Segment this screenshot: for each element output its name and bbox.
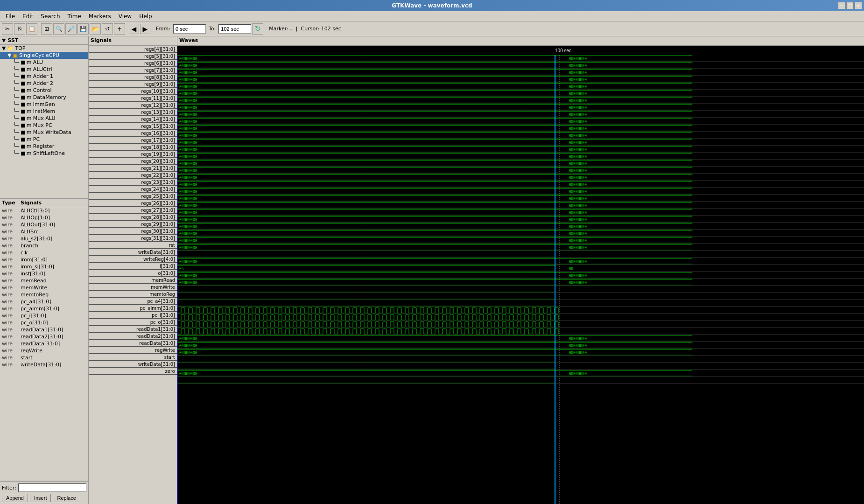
next-button[interactable]: ▶: [140, 24, 150, 34]
waveform-label: i[31:0]: [89, 263, 177, 270]
menu-item-help[interactable]: Help: [135, 12, 155, 21]
signal-row[interactable]: wirepc_o[31:0]: [0, 319, 88, 326]
prev-button[interactable]: ◀: [129, 24, 139, 34]
waveform-label: regs[14][31:0]: [89, 116, 177, 123]
minimize-button[interactable]: −: [838, 2, 845, 9]
waveform-label: regs[4][31:0]: [89, 46, 177, 53]
signal-row[interactable]: wireclk: [0, 249, 88, 256]
waveform-label: writeData[31:0]: [89, 361, 177, 368]
signal-row[interactable]: wirealu_s2[31:0]: [0, 235, 88, 242]
waveform-label: regs[7][31:0]: [89, 67, 177, 74]
signal-row[interactable]: wireimm[31:0]: [0, 256, 88, 263]
waveform-label: regs[17][31:0]: [89, 137, 177, 144]
signal-row[interactable]: wirememRead: [0, 277, 88, 284]
signal-row[interactable]: wirereadData[31:0]: [0, 340, 88, 347]
signal-row[interactable]: wireALUSrc: [0, 228, 88, 235]
tree-item[interactable]: └─■m Adder 2: [0, 80, 88, 87]
tree-item[interactable]: └─■m Mux WriteData: [0, 129, 88, 136]
signal-row[interactable]: wirepc_aimm[31:0]: [0, 305, 88, 312]
filter-buttons: Append Insert Replace: [2, 494, 86, 502]
signal-row[interactable]: wirepc_a4[31:0]: [0, 298, 88, 305]
sst-header: ▼ SST: [0, 36, 88, 45]
signal-row[interactable]: wireALUCtl[3:0]: [0, 207, 88, 214]
signal-row[interactable]: wireimm_sl[31:0]: [0, 263, 88, 270]
menu-item-file[interactable]: File: [2, 12, 19, 21]
menu-item-time[interactable]: Time: [64, 12, 85, 21]
filter-input[interactable]: [18, 483, 86, 492]
from-input[interactable]: [173, 24, 206, 34]
tree-item[interactable]: └─■m ALUCtrl: [0, 66, 88, 73]
tree-item[interactable]: └─■m Adder 1: [0, 73, 88, 80]
waveform-label: regs[13][31:0]: [89, 109, 177, 116]
insert-button[interactable]: Insert: [30, 494, 51, 502]
signal-row[interactable]: wirereadData2[31:0]: [0, 333, 88, 340]
menu-item-view[interactable]: View: [115, 12, 135, 21]
waveform-label: writeReg[4:0]: [89, 256, 177, 263]
signal-row[interactable]: wirereadData1[31:0]: [0, 326, 88, 333]
sst-collapse-icon[interactable]: ▼: [2, 37, 6, 43]
waveform-label: regs[5][31:0]: [89, 53, 177, 60]
filter-label: Filter:: [2, 485, 16, 491]
tree-item[interactable]: └─■m ALU: [0, 59, 88, 66]
waveform-label: readData1[31:0]: [89, 326, 177, 333]
cursor-info: Marker: – | Cursor: 102 sec: [269, 26, 341, 32]
save-button[interactable]: 💾: [77, 23, 89, 35]
toolbar: ✂ ⎘ 📋 ⊞ 🔍 🔎 💾 📂 ↺ + ◀ ▶ From: To: ↻ Mark…: [0, 21, 864, 36]
tree-item[interactable]: └─■m InstMem: [0, 108, 88, 115]
signal-row[interactable]: wirememtoReg: [0, 291, 88, 298]
tree-item[interactable]: ▼📁TOP: [0, 45, 88, 52]
zoom-in-button[interactable]: 🔍: [53, 23, 64, 35]
close-button[interactable]: ×: [855, 2, 862, 9]
waveform-canvas: [177, 46, 864, 504]
refresh-button[interactable]: ↻: [252, 23, 263, 35]
signal-row[interactable]: wireregWrite: [0, 347, 88, 354]
waves-title: Waves: [179, 37, 198, 43]
waves-canvas[interactable]: [177, 46, 864, 504]
tree-item[interactable]: └─■m ImmGen: [0, 101, 88, 108]
signal-row[interactable]: wireALUOp[1:0]: [0, 214, 88, 221]
tree-item[interactable]: └─■m ShiftLeftOne: [0, 150, 88, 157]
open-button[interactable]: 📂: [90, 23, 101, 35]
tree-item[interactable]: └─■m DataMemory: [0, 94, 88, 101]
waveform-label: regs[22][31:0]: [89, 172, 177, 179]
signal-row[interactable]: wirewriteData[31:0]: [0, 361, 88, 368]
tree-item[interactable]: └─■m PC: [0, 136, 88, 143]
signal-row[interactable]: wireinst[31:0]: [0, 270, 88, 277]
append-button[interactable]: Append: [2, 494, 28, 502]
signal-row[interactable]: wirepc_i[31:0]: [0, 312, 88, 319]
tree-item[interactable]: └─■m Register: [0, 143, 88, 150]
zoom-fit-button[interactable]: ⊞: [41, 23, 52, 35]
waveform-label: regs[23][31:0]: [89, 179, 177, 186]
waveform-label: zero: [89, 368, 177, 375]
cursor-label: Cursor: 102 sec: [301, 26, 341, 32]
menu-item-markers[interactable]: Markers: [85, 12, 115, 21]
menu-item-search[interactable]: Search: [37, 12, 63, 21]
tree-item[interactable]: └─■m Mux PC: [0, 122, 88, 129]
tree-item[interactable]: ▼▣SingleCycleCPU: [0, 52, 88, 59]
waves-area[interactable]: Waves: [177, 36, 864, 504]
tree-item[interactable]: └─■m Mux ALU: [0, 115, 88, 122]
maximize-button[interactable]: □: [846, 2, 854, 9]
signal-add-button[interactable]: +: [114, 23, 125, 35]
signals-list: regs[4][31:0]regs[5][31:0]regs[6][31:0]r…: [89, 46, 177, 504]
signal-row[interactable]: wirememWrite: [0, 284, 88, 291]
zoom-out-button[interactable]: 🔎: [65, 23, 77, 35]
signals-panel[interactable]: wireALUCtl[3:0]wireALUOp[1:0]wireALUOut[…: [0, 207, 88, 481]
signal-row[interactable]: wirebranch: [0, 242, 88, 249]
waveform-label: regs[26][31:0]: [89, 200, 177, 207]
signal-row[interactable]: wireALUOut[31:0]: [0, 221, 88, 228]
replace-button[interactable]: Replace: [53, 494, 80, 502]
name-col-header: Signals: [21, 200, 86, 206]
to-input[interactable]: [218, 24, 251, 34]
tree-item[interactable]: └─■m Control: [0, 87, 88, 94]
cut-button[interactable]: ✂: [2, 23, 13, 35]
waveform-label: readData[31:0]: [89, 340, 177, 347]
menu-item-edit[interactable]: Edit: [19, 12, 37, 21]
main-area: ▼ SST ▼📁TOP▼▣SingleCycleCPU└─■m ALU└─■m …: [0, 36, 864, 504]
signal-row[interactable]: wirestart: [0, 354, 88, 361]
paste-button[interactable]: 📋: [26, 23, 37, 35]
tree-panel[interactable]: ▼📁TOP▼▣SingleCycleCPU└─■m ALU└─■m ALUCtr…: [0, 45, 88, 199]
titlebar: GTKWave - waveform.vcd − □ ×: [0, 0, 864, 11]
copy-button[interactable]: ⎘: [14, 23, 25, 35]
reload-button[interactable]: ↺: [102, 23, 113, 35]
